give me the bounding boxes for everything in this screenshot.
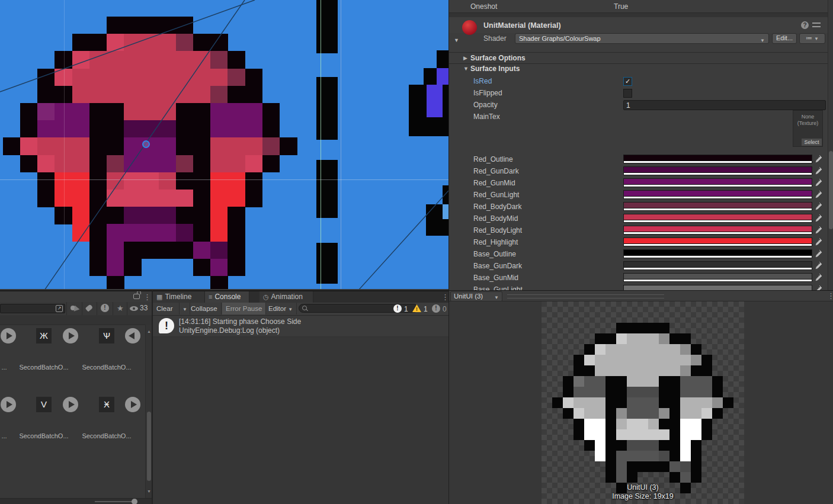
eyedropper-icon[interactable] [814,226,823,235]
sprite-pixel [723,397,733,408]
animation-clip-item[interactable] [125,397,140,412]
sprite-asset-item[interactable]: Ӿ [99,397,114,412]
eyedropper-icon[interactable] [814,202,823,211]
maintex-select-button[interactable]: Select [802,139,822,146]
surface-options-header[interactable]: Surface Options [470,54,526,62]
preview-menu-icon[interactable]: ⋮ [827,291,833,300]
sprite-pixel [616,408,627,419]
sprite-pixel [637,387,648,397]
maintex-texture-slot[interactable]: None (Texture) Select [793,110,823,147]
animation-clip-item[interactable] [63,328,78,344]
filter-by-type-icon[interactable] [71,305,80,312]
asset-item-label: SecondBatchO... [11,432,76,439]
sprite-pixel [669,472,680,483]
editor-dropdown[interactable]: Editor ▼ [265,303,297,314]
shader-dropdown[interactable]: Shader Graphs/ColourSwap ▼ [515,33,769,44]
isflipped-checkbox[interactable] [623,89,632,98]
scene-viewport[interactable] [0,0,448,289]
eyedropper-icon[interactable] [814,285,823,290]
sprite-pixel [637,461,648,472]
favorites-star-icon[interactable]: ★ [117,304,124,313]
color-swatch[interactable] [623,285,812,290]
color-swatch[interactable] [623,202,812,211]
tab-console[interactable]: ≡Console [205,291,249,303]
animation-clip-item[interactable] [1,397,16,412]
thumbnail-size-slider-handle[interactable] [132,499,137,504]
error-pause-button[interactable]: Error Pause [222,303,266,314]
animation-clip-item[interactable] [63,397,78,412]
sprite-pixel [584,397,595,408]
color-swatch[interactable] [623,214,812,223]
project-scrollbar[interactable]: ▲ ▼ [145,325,152,498]
preview-drag-handle[interactable] [507,294,664,298]
color-swatch[interactable] [623,178,812,187]
help-icon[interactable]: ? [801,21,809,29]
info-count-icon[interactable]: ! [393,304,402,313]
panel-header [0,291,152,303]
scroll-up-icon[interactable]: ▲ [147,329,151,333]
animation-clip-item[interactable] [125,328,140,344]
presets-icon[interactable] [812,23,821,28]
scroll-down-icon[interactable]: ▼ [147,489,151,493]
shader-edit-button[interactable]: Edit... [772,33,797,44]
sprite-pixel [669,376,680,387]
sprite-pixel [616,440,627,451]
error-count-icon[interactable]: ! [432,304,440,313]
console-menu-icon[interactable]: ⋮ [441,293,448,301]
shader-list-button[interactable]: ≔ ▼ [799,33,825,44]
sprite-asset-item[interactable]: Ѱ [99,328,114,344]
eyedropper-icon[interactable] [814,190,823,199]
inspector-scrollbar[interactable] [828,0,833,290]
project-scrollbar-thumb[interactable] [147,412,151,481]
color-swatch[interactable] [623,155,812,163]
color-swatch[interactable] [623,249,812,258]
sprite-pixel [669,451,680,461]
sprite-pixel [691,344,701,355]
eyedropper-icon[interactable] [814,178,823,187]
collapse-button[interactable]: Collapse [187,303,222,314]
tab-animation[interactable]: ◷Animation [259,291,313,303]
color-swatch[interactable] [623,226,812,235]
alert-filter-icon[interactable]: ! [101,304,109,312]
eyedropper-icon[interactable] [814,237,823,246]
animation-clip-item[interactable] [1,328,16,344]
color-property-label: Base_GunMid [473,274,518,282]
eyedropper-icon[interactable] [814,249,823,258]
surface-options-foldout-icon[interactable]: ▶ [463,55,467,61]
opacity-input[interactable] [623,100,826,110]
thumbnail-size-slider[interactable] [95,501,136,502]
eyedropper-icon[interactable] [814,166,823,175]
color-swatch[interactable] [623,261,812,270]
color-swatch[interactable] [623,237,812,246]
open-new-window-icon[interactable]: ↗ [56,305,63,312]
sprite-pixel [701,419,712,429]
eyedropper-icon[interactable] [814,273,823,282]
eyedropper-icon[interactable] [814,214,823,223]
clear-button[interactable]: Clear [153,303,180,314]
color-swatch[interactable] [623,190,812,199]
isred-checkbox[interactable]: ✓ [623,77,632,86]
sprite-pixel [680,419,691,429]
material-foldout-icon[interactable]: ▼ [454,37,459,43]
inspector-scrollbar-thumb[interactable] [829,151,833,229]
color-swatch[interactable] [623,273,812,282]
sprite-asset-item[interactable]: V [36,397,52,412]
sprite-pixel [595,344,605,355]
eye-icon[interactable] [130,306,138,311]
material-preview-sphere[interactable] [462,20,477,35]
sprite-pixel [627,419,637,429]
surface-inputs-header[interactable]: Surface Inputs [470,65,520,73]
surface-inputs-foldout-icon[interactable]: ▼ [463,66,469,72]
project-menu-icon[interactable]: ⋮ [143,293,151,301]
sprite-pixel [648,408,659,419]
log-entry[interactable]: ! [14:31:16] Starting phase Choose Side … [153,316,448,337]
eyedropper-icon[interactable] [814,155,823,163]
unlock-icon[interactable] [133,294,140,299]
color-swatch[interactable] [623,166,812,175]
sprite-pixel [691,387,701,397]
tab-timeline[interactable]: ▦Timeline [153,291,205,303]
preview-object-selector[interactable]: UnitUI (3) ▼ [450,291,502,301]
pivot-handle[interactable] [142,140,150,148]
sprite-asset-item[interactable]: Ж [36,328,52,344]
eyedropper-icon[interactable] [814,261,823,270]
